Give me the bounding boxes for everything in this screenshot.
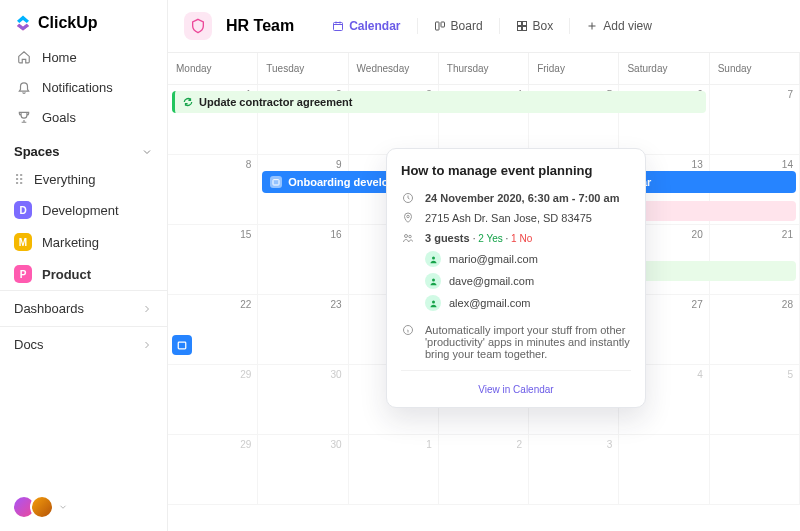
view-box[interactable]: Box (508, 15, 562, 37)
event-mini[interactable] (172, 335, 192, 355)
space-label: Development (42, 203, 119, 218)
date-number: 13 (692, 159, 703, 170)
user-avatar-icon (425, 273, 441, 289)
date-number: 30 (330, 439, 341, 450)
separator (499, 18, 500, 34)
calendar-cell[interactable] (710, 435, 800, 505)
event-contractor[interactable]: Update contractor agreement (172, 91, 706, 113)
primary-nav: Home Notifications Goals (0, 42, 167, 132)
calendar-cell[interactable]: 16 (258, 225, 348, 295)
nav-goals-label: Goals (42, 110, 76, 125)
add-view-label: Add view (603, 19, 652, 33)
chevron-down-icon[interactable] (58, 502, 68, 512)
svg-rect-3 (517, 22, 521, 26)
calendar-cell[interactable]: 29 (168, 435, 258, 505)
spaces-header[interactable]: Spaces (0, 132, 167, 165)
calendar-cell[interactable]: 21 (710, 225, 800, 295)
main: HR Team Calendar Board Box (168, 0, 800, 531)
spaces-title: Spaces (14, 144, 60, 159)
date-number: 3 (607, 439, 613, 450)
refresh-icon (183, 97, 193, 107)
calendar-cell[interactable]: 23 (258, 295, 348, 365)
avatar[interactable] (30, 495, 54, 519)
svg-point-16 (432, 300, 435, 303)
sidebar-footer (0, 483, 167, 531)
add-view[interactable]: Add view (578, 15, 660, 37)
calendar-cell[interactable]: 1 (349, 435, 439, 505)
view-in-calendar-link[interactable]: View in Calendar (478, 384, 553, 395)
user-avatar-icon (425, 295, 441, 311)
view-calendar[interactable]: Calendar (324, 15, 408, 37)
view-switcher: Calendar Board Box Add view (324, 15, 660, 37)
guest-item: mario@gmail.com (425, 248, 631, 270)
clock-icon (401, 192, 415, 204)
calendar-cell[interactable]: 7 (710, 85, 800, 155)
popover-info: Automatically import your stuff from oth… (401, 320, 631, 364)
space-label: Marketing (42, 235, 99, 250)
calendar-cell[interactable]: 29 (168, 365, 258, 435)
guest-email: dave@gmail.com (449, 275, 534, 287)
trophy-icon (16, 109, 32, 125)
nav-notifications[interactable]: Notifications (6, 72, 161, 102)
svg-rect-4 (522, 22, 526, 26)
date-number: 20 (692, 229, 703, 240)
event-label: Update contractor agreement (199, 96, 352, 108)
date-number: 7 (787, 89, 793, 100)
view-calendar-label: Calendar (349, 19, 400, 33)
guest-item: alex@gmail.com (425, 292, 631, 314)
home-icon (16, 49, 32, 65)
date-number: 27 (692, 299, 703, 310)
popover-guests-count: 3 guests (425, 232, 470, 244)
event-popover: How to manage event planning 24 November… (386, 148, 646, 408)
popover-footer: View in Calendar (401, 370, 631, 397)
sidebar-dashboards[interactable]: Dashboards (0, 290, 167, 326)
location-icon (401, 212, 415, 224)
date-number: 14 (782, 159, 793, 170)
calendar-cell[interactable]: 2 (439, 435, 529, 505)
calendar-icon (332, 20, 344, 32)
day-header: Wednesday (349, 53, 439, 85)
clickup-logo-icon (14, 14, 32, 32)
guest-item: dave@gmail.com (425, 270, 631, 292)
day-header: Friday (529, 53, 619, 85)
guest-email: alex@gmail.com (449, 297, 530, 309)
space-product[interactable]: P Product (0, 258, 167, 290)
date-number: 15 (240, 229, 251, 240)
calendar-cell[interactable]: 3 (529, 435, 619, 505)
date-number: 29 (240, 369, 251, 380)
svg-point-15 (432, 278, 435, 281)
space-marketing[interactable]: M Marketing (0, 226, 167, 258)
nav-home[interactable]: Home (6, 42, 161, 72)
chevron-right-icon (141, 339, 153, 351)
calendar-cell[interactable]: 30 (258, 365, 348, 435)
space-development[interactable]: D Development (0, 194, 167, 226)
calendar-cell[interactable]: 30 (258, 435, 348, 505)
date-number: 8 (246, 159, 252, 170)
calendar-header: Monday Tuesday Wednesday Thursday Friday… (168, 53, 800, 85)
guest-email: mario@gmail.com (449, 253, 538, 265)
date-number: 30 (330, 369, 341, 380)
calendar-cell[interactable]: 8 (168, 155, 258, 225)
sidebar-docs[interactable]: Docs (0, 326, 167, 362)
nav-goals[interactable]: Goals (6, 102, 161, 132)
calendar-cell[interactable] (619, 435, 709, 505)
popover-location-value: 2715 Ash Dr. San Jose, SD 83475 (425, 212, 592, 224)
info-icon (401, 324, 415, 336)
space-chip-icon[interactable] (184, 12, 212, 40)
svg-rect-2 (441, 22, 445, 27)
day-header: Monday (168, 53, 258, 85)
view-board[interactable]: Board (426, 15, 491, 37)
space-everything[interactable]: ⠿ Everything (0, 165, 167, 194)
date-number: 23 (330, 299, 341, 310)
calendar-cell[interactable]: 5 (710, 365, 800, 435)
sidebar: ClickUp Home Notifications Goals Spaces … (0, 0, 168, 531)
calendar-cell[interactable]: 28 (710, 295, 800, 365)
plus-icon (586, 20, 598, 32)
date-number: 29 (240, 439, 251, 450)
day-header: Sunday (710, 53, 800, 85)
people-icon (401, 232, 415, 244)
brand-logo[interactable]: ClickUp (0, 0, 167, 42)
popover-location: 2715 Ash Dr. San Jose, SD 83475 (401, 208, 631, 228)
calendar-cell[interactable]: 15 (168, 225, 258, 295)
space-badge: P (14, 265, 32, 283)
